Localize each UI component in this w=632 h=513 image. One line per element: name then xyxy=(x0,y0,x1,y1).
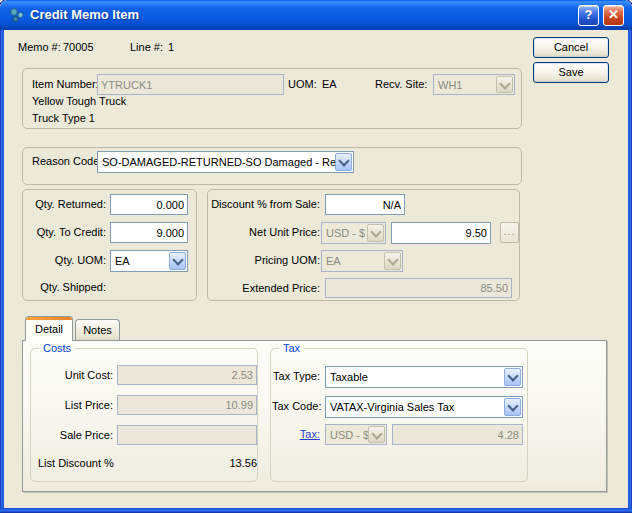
tax-currency-combo[interactable]: USD - $ xyxy=(325,424,387,445)
qty-returned-label: Qty. Returned: xyxy=(26,198,106,210)
extended-price-field[interactable] xyxy=(325,278,512,298)
window-border-right xyxy=(628,30,632,513)
sale-price-field[interactable] xyxy=(117,425,257,445)
item-number-field[interactable] xyxy=(97,74,284,95)
qty-uom-label: Qty. UOM: xyxy=(26,254,106,266)
reason-code-combo[interactable]: SO-DAMAGED-RETURNED-SO Damaged - Returne… xyxy=(97,151,354,173)
qty-to-credit-label: Qty. To Credit: xyxy=(26,226,106,238)
chevron-down-icon xyxy=(507,370,518,381)
list-discount-label: List Discount % xyxy=(38,457,114,469)
tax-code-combo[interactable]: VATAX-Virginia Sales Tax xyxy=(325,396,523,418)
list-discount-value: 13.56 xyxy=(117,457,257,469)
chevron-down-icon xyxy=(371,428,382,439)
memo-number-label: Memo #: xyxy=(18,41,61,53)
tax-code-dropdown-button[interactable] xyxy=(504,398,521,416)
tab-detail[interactable]: Detail xyxy=(25,316,73,341)
save-button[interactable]: Save xyxy=(533,62,609,83)
title-bar: Credit Memo Item ? ✕ xyxy=(0,0,632,30)
close-button[interactable]: ✕ xyxy=(603,5,624,26)
tax-link[interactable]: Tax: xyxy=(272,428,320,440)
list-price-label: List Price: xyxy=(29,399,113,411)
unit-cost-label: Unit Cost: xyxy=(29,369,113,381)
tax-currency-value: USD - $ xyxy=(330,429,368,441)
net-unit-price-currency-value: USD - $ xyxy=(326,227,365,239)
discount-from-sale-field[interactable] xyxy=(325,194,405,215)
qty-shipped-label: Qty. Shipped: xyxy=(26,281,106,293)
net-unit-price-currency-combo[interactable]: USD - $ xyxy=(321,222,386,244)
pricing-uom-label: Pricing UOM: xyxy=(205,254,320,266)
currency-dropdown-button[interactable] xyxy=(367,224,384,242)
tax-code-label: Tax Code: xyxy=(272,400,320,412)
uom-label: UOM: xyxy=(288,78,317,90)
pricing-uom-value: EA xyxy=(326,255,341,267)
credit-memo-item-dialog: Credit Memo Item ? ✕ Memo #: 70005 Line … xyxy=(0,0,632,513)
tax-code-value: VATAX-Virginia Sales Tax xyxy=(330,401,454,413)
unit-cost-field[interactable] xyxy=(117,365,257,385)
pricing-uom-dropdown-button[interactable] xyxy=(384,252,401,270)
window-title: Credit Memo Item xyxy=(30,7,139,22)
recv-site-combo[interactable]: WH1 xyxy=(433,74,515,95)
recv-site-label: Recv. Site: xyxy=(375,78,427,90)
tax-type-value: Taxable xyxy=(330,371,368,383)
help-button[interactable]: ? xyxy=(578,5,599,26)
reason-code-label: Reason Code: xyxy=(32,155,102,167)
tax-currency-dropdown-button[interactable] xyxy=(368,426,385,443)
window-border-left xyxy=(0,30,4,513)
window-border-bottom xyxy=(0,508,632,513)
line-number-value: 1 xyxy=(168,41,174,53)
recv-site-value: WH1 xyxy=(438,79,462,91)
chevron-down-icon xyxy=(499,78,510,89)
discount-from-sale-label: Discount % from Sale: xyxy=(205,198,320,210)
tax-type-dropdown-button[interactable] xyxy=(504,368,521,386)
tax-type-combo[interactable]: Taxable xyxy=(325,366,523,388)
chevron-down-icon xyxy=(172,254,183,265)
chevron-down-icon xyxy=(387,254,398,265)
item-number-label: Item Number: xyxy=(32,78,99,90)
memo-number-value: 70005 xyxy=(63,41,94,53)
extended-price-label: Extended Price: xyxy=(205,282,320,294)
qty-to-credit-field[interactable] xyxy=(110,222,188,243)
qty-uom-dropdown-button[interactable] xyxy=(169,252,186,270)
uom-value: EA xyxy=(322,78,337,90)
chevron-down-icon xyxy=(338,155,349,166)
qty-uom-combo[interactable]: EA xyxy=(110,250,188,272)
item-description-line2: Truck Type 1 xyxy=(32,112,95,124)
net-unit-price-field[interactable] xyxy=(391,222,491,244)
net-unit-price-ellipsis-button[interactable]: ... xyxy=(500,222,519,243)
tab-notes[interactable]: Notes xyxy=(75,319,120,340)
qty-returned-field[interactable] xyxy=(110,194,188,215)
net-unit-price-label: Net Unit Price: xyxy=(205,226,320,238)
list-price-field[interactable] xyxy=(117,395,257,415)
reason-code-value: SO-DAMAGED-RETURNED-SO Damaged - Returne… xyxy=(102,156,335,168)
tax-amount-field[interactable] xyxy=(392,424,523,445)
tax-type-label: Tax Type: xyxy=(272,370,320,382)
app-icon xyxy=(9,7,26,24)
chevron-down-icon xyxy=(507,400,518,411)
pricing-uom-combo[interactable]: EA xyxy=(321,250,403,272)
costs-group-title: Costs xyxy=(39,342,75,354)
recv-site-dropdown-button[interactable] xyxy=(496,76,513,93)
item-description-line1: Yellow Tough Truck xyxy=(32,95,126,107)
qty-uom-value: EA xyxy=(115,255,130,267)
chevron-down-icon xyxy=(370,226,381,237)
sale-price-label: Sale Price: xyxy=(29,429,113,441)
cancel-button[interactable]: Cancel xyxy=(533,37,609,58)
reason-code-dropdown-button[interactable] xyxy=(335,153,352,171)
tax-group-title: Tax xyxy=(279,342,304,354)
line-number-label: Line #: xyxy=(130,41,163,53)
